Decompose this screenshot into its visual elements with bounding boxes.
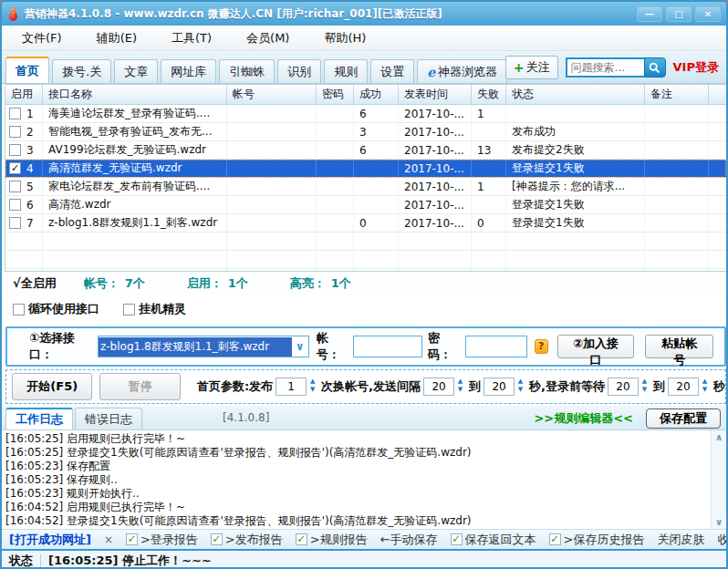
- spinner-icons[interactable]: ▲▼: [639, 378, 650, 395]
- column-header[interactable]: 状态: [506, 85, 645, 104]
- interface-dropdown[interactable]: z-blog1.8群发规则1.1_刺客.wzdr ∨: [98, 336, 309, 357]
- table-row[interactable]: 1海美迪论坛群发_登录有验证码....62017-10-...1: [5, 105, 726, 123]
- row-checkbox[interactable]: ✓: [9, 162, 21, 174]
- column-header[interactable]: 成功: [354, 85, 399, 104]
- column-header[interactable]: 帐号: [227, 85, 317, 104]
- cell-status: 登录提交1失败: [506, 196, 645, 213]
- pause-button[interactable]: 暂停: [99, 373, 180, 400]
- hangup-genie-checkbox[interactable]: 挂机精灵: [123, 301, 186, 317]
- column-header[interactable]: 备注: [645, 85, 709, 104]
- table-row[interactable]: ✓4高清范群发_无验证码.wzdr2017-10-...登录提交1失败: [5, 160, 726, 178]
- spinner-icons[interactable]: ▲▼: [699, 378, 711, 395]
- scroll-up-icon[interactable]: ∧: [712, 432, 726, 442]
- interval-from-stepper[interactable]: [423, 378, 454, 396]
- tab-error-log[interactable]: 错误日志: [75, 408, 142, 429]
- table-row[interactable]: 3AV199论坛群发_无验证码.wzdr62017-10-...13发布提交2失…: [5, 141, 726, 160]
- row-checkbox[interactable]: [9, 181, 21, 192]
- cell-fail: [472, 196, 506, 213]
- account-label: 帐号：: [317, 330, 349, 363]
- report-checkbox[interactable]: ✓>登录报告: [126, 532, 198, 548]
- interval-to-stepper[interactable]: [484, 378, 515, 396]
- cell-status: [神器提示：您的请求...: [506, 178, 645, 195]
- tab-item[interactable]: 拨号.关: [52, 59, 111, 83]
- menu-item[interactable]: 文件(F): [11, 26, 73, 50]
- cell-note: [645, 196, 709, 213]
- cell-fail: 0: [472, 214, 506, 232]
- menu-item[interactable]: 会员(M): [235, 26, 300, 50]
- tab-item[interactable]: 规则: [324, 59, 368, 83]
- scroll-down-icon[interactable]: ∨: [712, 517, 726, 527]
- cell-filler: [709, 251, 726, 268]
- cell-filler: [709, 105, 726, 122]
- wait-from-stepper[interactable]: [608, 378, 639, 396]
- column-header[interactable]: 接口名称: [43, 85, 227, 104]
- row-checkbox[interactable]: [9, 144, 21, 156]
- cell-note: [645, 160, 709, 177]
- table-row[interactable]: 6高清范.wzdr2017-10-...登录提交1失败: [5, 196, 726, 214]
- tab-item[interactable]: e神器浏览器: [417, 59, 507, 83]
- table-row[interactable]: 7z-blog1.8群发规则1.1_刺客.wzdr02017-10-...0登录…: [5, 214, 726, 233]
- follow-button[interactable]: + 关注: [505, 56, 558, 79]
- close-icon[interactable]: ×: [104, 533, 113, 546]
- maximize-button[interactable]: □: [666, 6, 692, 22]
- start-button[interactable]: 开始(F5): [12, 373, 92, 400]
- row-checkbox[interactable]: [9, 199, 21, 211]
- column-header[interactable]: 启用: [5, 85, 43, 104]
- tab-label: 规则: [334, 64, 358, 80]
- close-skin-link[interactable]: 关闭皮肤: [657, 532, 704, 548]
- row-checkbox[interactable]: [9, 217, 21, 229]
- column-header[interactable]: 发表时间: [399, 85, 472, 104]
- wait-to-stepper[interactable]: [668, 378, 699, 396]
- tab-item[interactable]: 网址库: [161, 59, 216, 83]
- report-checkbox[interactable]: ✓>保存历史报告: [549, 532, 645, 548]
- vip-login-link[interactable]: VIP登录: [673, 59, 719, 76]
- report-checkbox[interactable]: ✓保存返回文本: [451, 532, 536, 548]
- tab-item[interactable]: 首页: [5, 57, 49, 83]
- search-button[interactable]: [644, 57, 666, 78]
- cell-status: 发布成功: [506, 123, 645, 140]
- row-checkbox[interactable]: [9, 108, 21, 119]
- collector-link[interactable]: 收集器1.txt: [717, 532, 728, 548]
- add-interface-button[interactable]: ②加入接口: [557, 335, 635, 358]
- cell-account: [227, 214, 317, 232]
- account-field[interactable]: [353, 336, 422, 357]
- row-checkbox[interactable]: [9, 126, 21, 138]
- log-line: [16:05:23] 保存规则..: [5, 473, 710, 487]
- cell-empty: [506, 251, 645, 268]
- cell-success: 6: [354, 141, 399, 159]
- save-checks: ✓保存返回文本✓>保存历史报告: [451, 532, 645, 548]
- open-success-url-link[interactable]: [打开成功网址]: [9, 532, 91, 548]
- rule-editor-link[interactable]: >>规则编辑器<<: [534, 410, 633, 427]
- tab-item[interactable]: 引蜘蛛: [219, 59, 275, 83]
- column-header[interactable]: 失败: [472, 85, 506, 104]
- search-input[interactable]: [566, 57, 644, 78]
- spinner-icons[interactable]: ▲▼: [307, 378, 318, 395]
- title-bar[interactable]: 营销神器4.1.0.8 - www.wzdr.cn 微赚达人.CN [用户:ri…: [2, 2, 726, 26]
- table-row[interactable]: 2智能电视_登录有验证码_发布无...32017-10-...发布成功: [5, 123, 726, 141]
- password-field[interactable]: [465, 336, 527, 357]
- cell-note: [645, 214, 709, 232]
- table-row[interactable]: 5家电论坛群发_发布前有验证码....2017-10-...1[神器提示：您的请…: [5, 178, 726, 196]
- paste-account-button[interactable]: 粘贴帐号: [645, 335, 713, 358]
- close-button[interactable]: ✕: [695, 6, 721, 22]
- spinner-icons[interactable]: ▲▼: [454, 378, 466, 395]
- report-checkbox[interactable]: ✓>规则报告: [296, 532, 368, 548]
- log-scrollbar[interactable]: ∧ ∨: [711, 430, 726, 529]
- manual-save-label[interactable]: ←手动保存: [380, 532, 438, 548]
- tab-work-log[interactable]: 工作日志: [5, 408, 73, 429]
- loop-interface-checkbox[interactable]: 循环使用接口: [13, 301, 99, 317]
- help-icon[interactable]: ?: [535, 339, 548, 354]
- menu-item[interactable]: 工具(T): [161, 26, 223, 50]
- save-config-button[interactable]: 保存配置: [646, 409, 721, 429]
- tab-item[interactable]: 设置: [370, 59, 414, 83]
- tab-item[interactable]: 文章: [114, 59, 158, 83]
- select-all-toggle[interactable]: √全启用: [13, 275, 57, 292]
- column-header[interactable]: 密码: [317, 85, 354, 104]
- publish-count-stepper[interactable]: [276, 378, 307, 396]
- spinner-icons[interactable]: ▲▼: [515, 378, 526, 395]
- report-checkbox[interactable]: ✓>发布报告: [211, 532, 283, 548]
- menu-item[interactable]: 帮助(H): [313, 26, 377, 50]
- tab-item[interactable]: 识别: [277, 59, 321, 83]
- menu-item[interactable]: 辅助(E): [86, 26, 148, 50]
- minimize-button[interactable]: —: [637, 6, 662, 22]
